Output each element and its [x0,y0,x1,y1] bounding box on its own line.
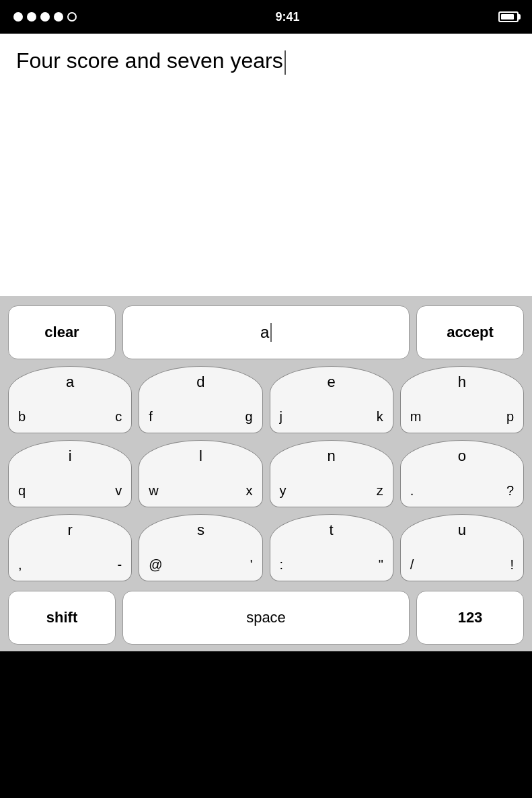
text-content: Four score and seven years [16,47,286,75]
key-nyz-top: n [280,447,383,465]
key-lwx[interactable]: l wx [139,440,262,507]
key-hmp[interactable]: h mp [400,366,524,433]
signal-dot-2 [27,12,36,22]
key-rcomma[interactable]: r ,- [8,514,132,581]
key-lwx-bottom: wx [149,483,252,499]
key-tcolon-top: t [280,521,383,539]
battery-icon [498,11,519,22]
key-abc[interactable]: a bc [8,366,132,433]
accept-button[interactable]: accept [416,305,524,359]
key-nyz[interactable]: n yz [270,440,393,507]
key-sat-bottom: @' [149,557,252,573]
key-tcolon-bottom: :" [280,557,383,573]
space-button[interactable]: space [122,591,410,645]
key-lwx-top: l [149,447,252,465]
keyboard-input-value: a [260,323,269,342]
key-rcomma-top: r [18,521,122,539]
text-area[interactable]: Four score and seven years [0,34,532,296]
status-bar: 9:41 [0,0,532,34]
key-row-3: r ,- s @' t :" u /! [8,514,524,581]
bottom-row: shift space 123 [8,591,524,645]
key-iqv[interactable]: i qv [8,440,132,507]
key-sat-top: s [149,521,252,539]
key-nyz-bottom: yz [280,483,383,499]
signal-dots [13,12,77,22]
key-uslash[interactable]: u /! [400,514,524,581]
keyboard-input-field[interactable]: a [122,305,410,359]
key-ejk-top: e [280,373,383,391]
key-abc-top: a [18,373,122,391]
key-uslash-bottom: /! [410,557,514,573]
num-button[interactable]: 123 [416,591,524,645]
battery-fill [501,14,514,20]
key-iqv-top: i [18,447,122,465]
signal-dot-4 [54,12,63,22]
key-hmp-top: h [410,373,514,391]
key-odotq[interactable]: o .? [400,440,524,507]
top-row: clear a accept [8,305,524,359]
signal-dot-1 [13,12,23,22]
status-time: 9:41 [275,10,299,24]
key-tcolon[interactable]: t :" [270,514,393,581]
signal-dot-3 [40,12,50,22]
key-ejk[interactable]: e jk [270,366,393,433]
key-rcomma-bottom: ,- [18,557,122,573]
key-ejk-bottom: jk [280,409,383,425]
key-uslash-top: u [410,521,514,539]
key-dfg[interactable]: d fg [139,366,262,433]
keyboard-input-cursor [270,323,272,342]
key-row-2: i qv l wx n yz o .? [8,440,524,507]
key-odotq-bottom: .? [410,483,514,499]
key-abc-bottom: bc [18,409,122,425]
key-dfg-top: d [149,373,252,391]
battery-container [498,11,519,22]
signal-dot-5 [67,12,77,22]
key-hmp-bottom: mp [410,409,514,425]
key-odotq-top: o [410,447,514,465]
key-iqv-bottom: qv [18,483,122,499]
shift-button[interactable]: shift [8,591,116,645]
key-dfg-bottom: fg [149,409,252,425]
text-display: Four score and seven years [16,48,283,73]
clear-button[interactable]: clear [8,305,116,359]
text-cursor [284,50,286,75]
key-row-1: a bc d fg e jk h mp [8,366,524,433]
key-sat[interactable]: s @' [139,514,262,581]
keyboard-area: clear a accept a bc d fg e jk h mp i qv [0,296,532,651]
